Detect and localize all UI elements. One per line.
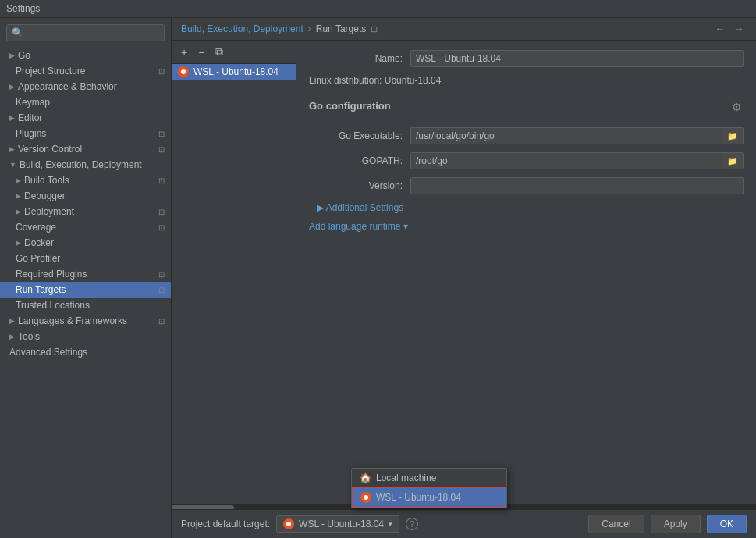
expand-arrow-editor: ▶ (9, 114, 15, 122)
sync-icon-vc: ⊡ (158, 145, 165, 154)
go-executable-browse-button[interactable]: 📁 (722, 127, 744, 144)
remove-button[interactable]: − (195, 45, 208, 60)
add-language-runtime-button[interactable]: Add language runtime ▾ (309, 221, 744, 232)
breadcrumb-current: Run Targets (316, 23, 366, 34)
detail-panel: Name: Linux distribution: Ubuntu-18.04 G… (296, 41, 756, 504)
sidebar-item-build-execution[interactable]: ▼ Build, Execution, Deployment (0, 157, 171, 173)
ubuntu-icon-wsl (178, 66, 189, 77)
window-title: Settings (6, 3, 40, 14)
sidebar: ▶ Go Project Structure ⊡ ▶ Appearance & … (0, 18, 172, 538)
sidebar-item-keymap[interactable]: Keymap (0, 94, 171, 110)
expand-arrow-go: ▶ (9, 52, 15, 59)
sync-icon-project-structure: ⊡ (158, 67, 165, 76)
expand-arrow-languages: ▶ (9, 317, 15, 325)
local-machine-icon: 🏠 (360, 472, 371, 483)
sidebar-label-advanced-settings: Advanced Settings (9, 347, 87, 358)
sidebar-item-run-targets[interactable]: Run Targets ⊡ (0, 282, 171, 298)
sidebar-item-version-control[interactable]: ▶ Version Control ⊡ (0, 141, 171, 157)
sync-icon-deployment: ⊡ (158, 208, 165, 216)
name-label: Name: (309, 53, 410, 64)
sidebar-label-required-plugins: Required Plugins (16, 269, 87, 280)
add-lang-runtime-arrow: ▾ (403, 221, 408, 232)
additional-settings-label: ▶ Additional Settings (317, 202, 403, 213)
default-target-dropdown[interactable]: WSL - Ubuntu-18.04 ▾ (276, 515, 399, 533)
copy-button[interactable]: ⧉ (212, 44, 226, 60)
sidebar-label-deployment: Deployment (24, 206, 74, 217)
run-target-label-wsl: WSL - Ubuntu-18.04 (193, 66, 279, 77)
settings-window: Settings ▶ Go Project Structure ⊡ ▶ Appe… (0, 0, 756, 538)
sidebar-item-plugins[interactable]: Plugins ⊡ (0, 126, 171, 141)
go-config-title: Go configuration (309, 100, 391, 112)
sidebar-item-editor[interactable]: ▶ Editor (0, 110, 171, 126)
ubuntu-icon-dropdown (283, 518, 294, 529)
sidebar-label-keymap: Keymap (16, 97, 50, 108)
sidebar-label-debugger: Debugger (24, 191, 66, 201)
gopath-browse-button[interactable]: 📁 (722, 152, 744, 169)
sidebar-label-docker: Docker (24, 237, 54, 248)
go-executable-input[interactable] (410, 127, 722, 144)
title-bar: Settings (0, 0, 756, 18)
sidebar-label-editor: Editor (18, 112, 42, 123)
add-button[interactable]: + (178, 45, 190, 60)
apply-button[interactable]: Apply (651, 515, 701, 533)
sidebar-item-appearance[interactable]: ▶ Appearance & Behavior (0, 79, 171, 94)
gear-button[interactable]: ⚙ (730, 99, 744, 115)
expand-arrow-appearance: ▶ (9, 83, 15, 91)
sidebar-item-deployment[interactable]: ▶ Deployment ⊡ (0, 204, 171, 219)
version-input[interactable] (410, 177, 744, 194)
sidebar-item-coverage[interactable]: Coverage ⊡ (0, 219, 171, 235)
breadcrumb-nav: Build, Execution, Deployment › Run Targe… (181, 23, 378, 34)
dropdown-item-local-machine-label: Local machine (376, 472, 436, 483)
version-label: Version: (309, 180, 410, 191)
sidebar-item-build-tools[interactable]: ▶ Build Tools ⊡ (0, 173, 171, 188)
breadcrumb-pin-icon[interactable]: ⊡ (371, 24, 378, 34)
ok-button[interactable]: OK (707, 515, 747, 533)
sidebar-label-project-structure: Project Structure (16, 66, 85, 77)
run-target-item-wsl[interactable]: WSL - Ubuntu-18.04 (172, 64, 296, 80)
sync-icon-languages: ⊡ (158, 317, 165, 326)
linux-distro-value: Ubuntu-18.04 (385, 75, 442, 86)
dropdown-item-local-machine[interactable]: 🏠 Local machine (352, 469, 506, 487)
sidebar-item-go-profiler[interactable]: Go Profiler (0, 251, 171, 266)
version-row: Version: (309, 177, 744, 194)
sidebar-item-debugger[interactable]: ▶ Debugger (0, 188, 171, 204)
sidebar-item-project-structure[interactable]: Project Structure ⊡ (0, 63, 171, 79)
sync-icon-plugins: ⊡ (158, 130, 165, 138)
name-input[interactable] (410, 50, 744, 67)
nav-back-button[interactable]: ← (712, 23, 728, 35)
sync-icon-coverage: ⊡ (158, 223, 165, 232)
dropdown-value: WSL - Ubuntu-18.04 (299, 518, 384, 529)
nav-arrows: ← → (712, 23, 747, 35)
linux-distro-prefix: Linux distribution: (309, 75, 382, 86)
sidebar-item-advanced-settings[interactable]: Advanced Settings (0, 344, 171, 360)
expand-arrow-vc: ▶ (9, 145, 15, 153)
sidebar-item-docker[interactable]: ▶ Docker (0, 235, 171, 251)
default-target-label: Project default target: (181, 518, 270, 529)
sidebar-item-trusted-locations[interactable]: Trusted Locations (0, 298, 171, 313)
sidebar-item-tools[interactable]: ▶ Tools (0, 329, 171, 344)
cancel-button[interactable]: Cancel (588, 515, 644, 533)
search-input[interactable] (6, 24, 165, 41)
dropdown-arrow-icon: ▾ (389, 520, 392, 528)
help-icon[interactable]: ? (406, 518, 418, 530)
run-targets-toolbar: + − ⧉ (172, 41, 296, 64)
sidebar-label-build-execution: Build, Execution, Deployment (20, 159, 142, 170)
breadcrumb-parent[interactable]: Build, Execution, Deployment (181, 23, 303, 34)
gopath-input-group: 📁 (410, 152, 744, 169)
sidebar-item-languages[interactable]: ▶ Languages & Frameworks ⊡ (0, 313, 171, 329)
breadcrumb-separator: › (308, 23, 311, 34)
go-executable-label: Go Executable: (309, 130, 410, 141)
gopath-row: GOPATH: 📁 (309, 152, 744, 169)
sidebar-item-required-plugins[interactable]: Required Plugins ⊡ (0, 266, 171, 282)
sidebar-item-go[interactable]: ▶ Go (0, 48, 171, 63)
nav-forward-button[interactable]: → (731, 23, 747, 35)
sidebar-label-tools: Tools (18, 331, 40, 342)
sidebar-label-plugins: Plugins (16, 128, 46, 139)
bottom-bar: Project default target: WSL - Ubuntu-18.… (172, 509, 756, 538)
gopath-input[interactable] (410, 152, 722, 169)
dropdown-item-wsl-label: WSL - Ubuntu-18.04 (376, 492, 461, 503)
dropdown-popup: 🏠 Local machine WSL - Ubuntu-18.04 (351, 468, 507, 508)
expand-arrow-build: ▼ (9, 161, 16, 169)
additional-settings-toggle[interactable]: ▶ Additional Settings (317, 202, 744, 213)
dropdown-item-wsl-ubuntu[interactable]: WSL - Ubuntu-18.04 (352, 487, 506, 508)
